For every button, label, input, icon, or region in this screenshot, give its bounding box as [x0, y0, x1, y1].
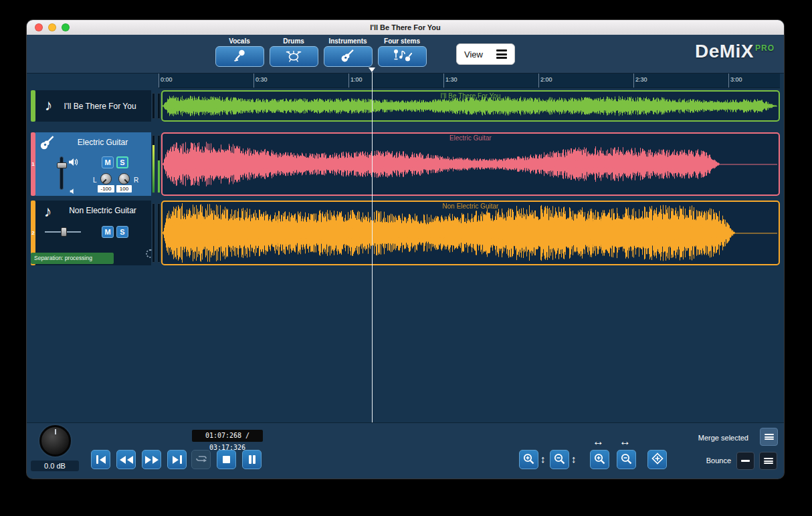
fit-view-icon	[651, 452, 664, 467]
meter-bar	[152, 135, 155, 193]
zoom-fit-button[interactable]	[647, 450, 667, 469]
drums-icon	[285, 49, 302, 64]
playhead-marker[interactable]	[369, 68, 375, 72]
meter-bar	[152, 203, 155, 263]
four-stems-icon	[392, 48, 412, 65]
drums-stem-button[interactable]	[270, 46, 318, 67]
ruler-tick: 2:00	[538, 74, 539, 88]
bounce-remove-button[interactable]	[736, 452, 754, 470]
ruler-tick: 1:00	[348, 74, 349, 88]
ruler-tick: 2:30	[633, 74, 634, 88]
pan-left-value[interactable]: -100	[98, 185, 114, 192]
solo-button[interactable]: S	[116, 226, 128, 238]
zoom-out-horizontal-button[interactable]	[617, 450, 636, 469]
track-row-non-electric-guitar[interactable]: 2 ♪ Non Electric Guitar M S Separation: …	[27, 201, 784, 265]
speaker-loud-icon	[68, 157, 78, 169]
waveform-region-non-electric-guitar[interactable]: Non Electric Guitar	[161, 201, 780, 265]
zoom-in-vertical-button[interactable]	[519, 450, 538, 469]
stem-instruments: Instruments	[323, 37, 373, 67]
rewind-button[interactable]	[116, 450, 136, 469]
meter-bar	[152, 93, 155, 119]
vocals-stem-button[interactable]	[215, 46, 264, 67]
ruler-tick: 1:30	[443, 74, 444, 88]
logo-pro-badge: PRO	[755, 43, 775, 53]
waveform-canvas	[163, 92, 779, 120]
view-button[interactable]: View	[456, 43, 515, 65]
level-meter	[152, 93, 161, 119]
track-title: I'll Be There For You	[35, 102, 151, 111]
track-row-electric-guitar[interactable]: 1 Electric Guitar M S L R -100 100	[27, 132, 784, 196]
speaker-quiet-icon	[69, 185, 76, 197]
bounce-menu-button[interactable]	[759, 452, 777, 470]
pan-left-knob[interactable]	[100, 173, 112, 184]
time-ruler[interactable]: 0:000:301:001:302:002:303:00	[159, 74, 780, 88]
skip-start-icon	[96, 455, 106, 464]
go-to-start-button[interactable]	[91, 450, 110, 469]
stem-vocals: Vocals	[215, 37, 264, 67]
separation-status-badge: Separation: processing	[31, 253, 114, 264]
go-to-end-button[interactable]	[167, 450, 187, 469]
bounce-label: Bounce	[706, 457, 731, 465]
tracks-area[interactable]: ♪ I'll Be There For You I'll Be There Fo…	[27, 88, 784, 422]
volume-fader[interactable]	[60, 156, 64, 190]
track-color-stripe	[31, 90, 35, 122]
pause-icon	[249, 455, 256, 464]
stem-four-stems: Four stems	[377, 37, 427, 67]
close-window-button[interactable]	[35, 23, 43, 31]
ruler-tick: 0:00	[159, 74, 159, 88]
stem-drums: Drums	[269, 37, 318, 67]
solo-button[interactable]: S	[116, 156, 128, 168]
meter-bar	[157, 93, 161, 119]
track-row-master[interactable]: ♪ I'll Be There For You I'll Be There Fo…	[27, 90, 784, 122]
volume-slider[interactable]	[45, 227, 81, 237]
fast-forward-button[interactable]	[142, 450, 161, 469]
loop-button[interactable]	[191, 450, 211, 469]
level-meter	[152, 203, 161, 263]
level-meter	[152, 135, 161, 193]
meter-bar	[157, 135, 161, 193]
guitar-icon	[39, 134, 56, 154]
fullscreen-window-button[interactable]	[62, 23, 70, 31]
app-window: I'll Be There For You Vocals Drums Instr…	[27, 20, 784, 479]
track-header-electric-guitar[interactable]: Electric Guitar M S L R -100 100	[35, 132, 151, 196]
playback-time-display: 01:07:268 / 03:17:326	[192, 430, 263, 442]
waveform-region-master[interactable]: I'll Be There For You	[161, 90, 780, 122]
slider-handle[interactable]	[61, 227, 67, 237]
merge-selected-label: Merge selected	[698, 434, 748, 442]
horizontal-arrows-icon: ↔	[619, 435, 631, 448]
microphone-icon	[232, 48, 247, 65]
mute-button[interactable]: M	[102, 226, 114, 238]
toolbar: Vocals Drums Instruments Four stems	[27, 35, 784, 74]
transport-bar: 0.0 dB 01:07:268 / 03:17:326 ↕ ↕ ↔ ↔ Mer…	[27, 422, 784, 479]
instruments-stem-button[interactable]	[324, 46, 373, 67]
pause-button[interactable]	[242, 450, 262, 469]
loop-icon	[195, 454, 207, 465]
mute-button[interactable]: M	[102, 156, 114, 168]
stop-icon	[223, 456, 230, 463]
stem-label-drums: Drums	[283, 37, 304, 46]
pan-right-knob[interactable]	[118, 173, 130, 184]
view-menu-icon	[496, 48, 507, 61]
zoom-in-icon	[522, 453, 535, 467]
track-title: Non Electric Guitar	[56, 206, 150, 215]
zoom-out-icon	[620, 453, 633, 467]
waveform-region-electric-guitar[interactable]: Electric Guitar	[161, 132, 780, 196]
horizontal-arrows-icon: ↔	[593, 435, 604, 448]
zoom-in-horizontal-button[interactable]	[590, 450, 609, 469]
minimize-window-button[interactable]	[48, 23, 56, 31]
four-stems-button[interactable]	[378, 46, 427, 67]
zoom-out-vertical-button[interactable]	[550, 450, 569, 469]
vertical-arrows-icon: ↕	[540, 453, 546, 465]
menu-icon	[765, 433, 774, 441]
rewind-icon	[120, 456, 133, 464]
menu-icon	[764, 457, 773, 465]
track-header-master[interactable]: ♪ I'll Be There For You	[35, 90, 151, 122]
fader-handle[interactable]	[57, 162, 67, 168]
pan-right-value[interactable]: 100	[116, 185, 132, 192]
guitar-icon	[340, 47, 356, 66]
music-note-icon: ♪	[44, 204, 52, 219]
stop-button[interactable]	[217, 450, 236, 469]
stem-label-four-stems: Four stems	[384, 37, 420, 46]
merge-menu-button[interactable]	[760, 428, 778, 446]
master-volume-knob[interactable]	[39, 425, 71, 457]
